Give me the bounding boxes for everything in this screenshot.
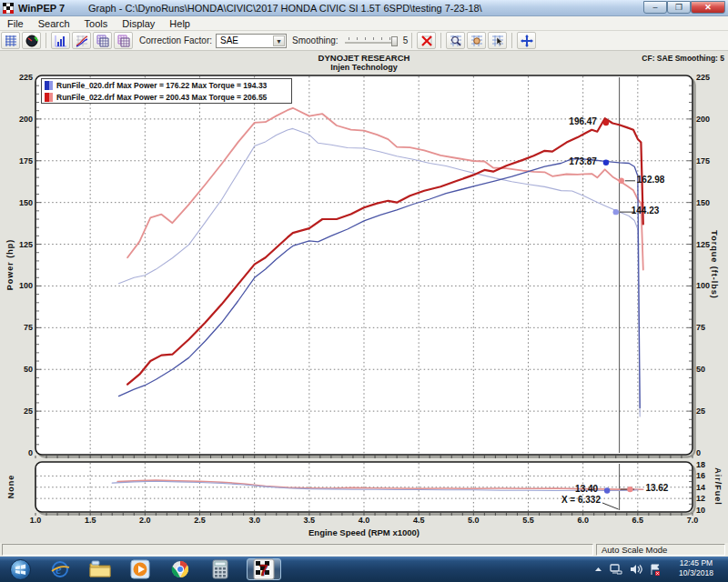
gauge-icon: [25, 35, 38, 47]
ie-taskbar-icon[interactable]: e: [46, 558, 74, 580]
close-graph-icon: [420, 35, 433, 47]
toolbar: Correction Factor: SAE ▼ Smoothing: 5: [0, 31, 728, 51]
chevron-down-icon[interactable]: ▼: [273, 35, 285, 46]
status-mode: Auto Scale Mode: [596, 544, 725, 556]
data-table-button[interactable]: [1, 32, 20, 49]
restore-button[interactable]: ❐: [667, 1, 691, 14]
svg-text:7: 7: [259, 562, 268, 579]
calculator-taskbar-icon[interactable]: [207, 558, 234, 580]
app-name: WinPEP 7: [18, 3, 65, 14]
correction-factor-select[interactable]: SAE ▼: [216, 34, 287, 48]
crosshair-icon: [521, 35, 533, 47]
windows-logo-icon: [10, 559, 31, 580]
title-bar: WinPEP 7 Graph - C:\DynoRuns\HONDA\CIVIC…: [0, 0, 728, 16]
select-graph-icon: [491, 35, 504, 47]
table-grid-icon: [5, 35, 17, 47]
network-icon[interactable]: [610, 564, 622, 575]
menu-tools[interactable]: Tools: [77, 18, 116, 29]
zoom-graph-icon: [450, 35, 462, 47]
clock-date: 10/3/2018: [668, 568, 724, 578]
tray-expand-icon[interactable]: [594, 566, 602, 573]
zoom-graph-button[interactable]: [446, 32, 465, 49]
pan-graph-button[interactable]: [467, 32, 486, 49]
start-button[interactable]: [6, 558, 34, 580]
media-player-taskbar-icon[interactable]: [126, 558, 154, 580]
dyno-chart-svg: [0, 51, 728, 543]
graph-multi-icon: [117, 35, 130, 47]
volume-icon[interactable]: [630, 564, 642, 575]
winpep-app-icon: [3, 3, 14, 14]
clock-time: 12:45 PM: [668, 558, 724, 568]
slider-thumb[interactable]: [391, 36, 398, 46]
menu-file[interactable]: File: [0, 18, 31, 29]
graph-curves-button[interactable]: [72, 32, 91, 49]
explorer-taskbar-icon[interactable]: [86, 558, 114, 580]
graph-overlay-icon: [96, 35, 109, 47]
pan-graph-icon: [470, 35, 483, 47]
dyno-gauge-button[interactable]: [22, 32, 41, 49]
correction-factor-label: Correction Factor:: [139, 35, 212, 45]
window-title: Graph - C:\DynoRuns\HONDA\CIVIC\2017 HON…: [88, 3, 482, 14]
chrome-taskbar-icon[interactable]: [167, 558, 194, 580]
graph-multi-button[interactable]: [114, 32, 133, 49]
system-tray: [591, 557, 664, 582]
action-center-icon[interactable]: [650, 564, 661, 576]
svg-text:e: e: [56, 562, 62, 577]
winpep-taskbar-icon[interactable]: 7: [247, 558, 281, 580]
correction-factor-value: SAE: [220, 35, 238, 45]
select-graph-button[interactable]: [488, 32, 507, 49]
new-graph-button[interactable]: [51, 32, 70, 49]
menu-search[interactable]: Search: [31, 18, 77, 29]
graph-bars-icon: [55, 35, 67, 47]
smoothing-label: Smoothing:: [292, 35, 339, 45]
menu-help[interactable]: Help: [162, 18, 197, 29]
close-graph-button[interactable]: [417, 32, 436, 49]
crosshair-button[interactable]: [517, 32, 536, 49]
minimize-button[interactable]: –: [643, 1, 667, 14]
graph-curves-icon: [76, 35, 88, 47]
menu-bar: FileSearchToolsDisplayHelp: [0, 16, 728, 31]
graph-overlay-button[interactable]: [93, 32, 112, 49]
close-button[interactable]: ✕: [691, 1, 725, 14]
status-bar: Auto Scale Mode: [0, 543, 728, 557]
clock[interactable]: 12:45 PM 10/3/2018: [668, 558, 724, 578]
smoothing-slider[interactable]: [345, 35, 398, 47]
menu-display[interactable]: Display: [115, 18, 162, 29]
graph-canvas[interactable]: DYNOJET RESEARCH Injen Technology CF: SA…: [0, 51, 728, 543]
smoothing-value: 5: [403, 35, 409, 45]
taskbar: e 7 12:45 PM 10/3/2018: [0, 557, 728, 582]
status-panel-left: [2, 544, 593, 556]
